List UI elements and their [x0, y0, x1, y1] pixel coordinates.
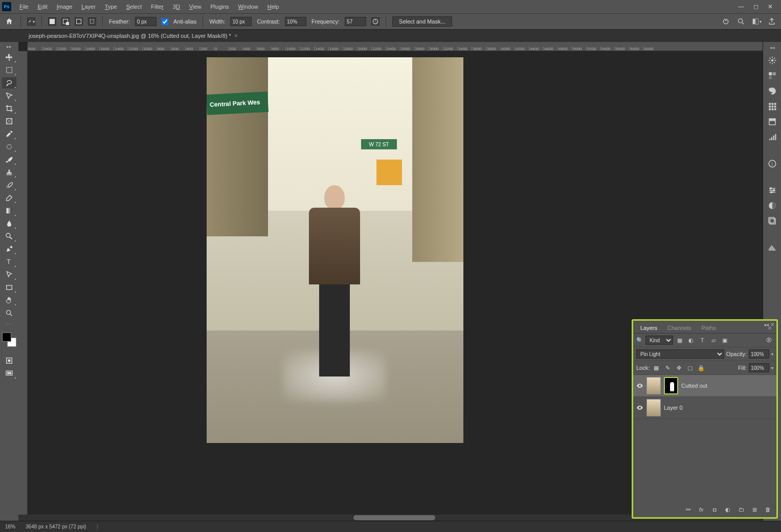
adjustments-panel-icon[interactable]: [767, 132, 777, 142]
path-selection-tool[interactable]: [2, 269, 16, 280]
zoom-level[interactable]: 16%: [5, 524, 15, 529]
menu-image[interactable]: Image: [53, 2, 77, 11]
channels-tab[interactable]: Channels: [662, 323, 696, 333]
frequency-input[interactable]: [345, 17, 366, 26]
horizontal-ruler[interactable]: 6002400220020001800160014001200100080060…: [28, 42, 763, 51]
gradients-panel-icon[interactable]: [767, 86, 777, 96]
lock-position-icon[interactable]: ✥: [674, 363, 683, 372]
cloud-docs-icon[interactable]: [721, 16, 731, 27]
eyedropper-tool[interactable]: [2, 128, 16, 140]
home-icon[interactable]: [4, 16, 14, 27]
new-group-icon[interactable]: 🗀: [737, 505, 746, 514]
select-and-mask-button[interactable]: Select and Mask...: [392, 16, 452, 27]
filter-type-icon[interactable]: T: [698, 336, 707, 345]
lock-artboard-icon[interactable]: ▢: [685, 363, 695, 372]
lock-transparency-icon[interactable]: ▦: [652, 363, 661, 372]
document-dimensions[interactable]: 3648 px x 5472 px (72 ppi): [26, 524, 86, 529]
antialias-checkbox[interactable]: [162, 18, 168, 25]
layer-style-icon[interactable]: fx: [697, 505, 706, 514]
healing-tool[interactable]: [2, 141, 16, 152]
filter-smart-icon[interactable]: ▣: [720, 336, 729, 345]
zoom-tool[interactable]: [2, 307, 16, 319]
selection-tool[interactable]: [2, 90, 16, 101]
collapse-toolbar-icon[interactable]: ▸▸: [7, 44, 12, 49]
add-mask-icon[interactable]: ◘: [710, 505, 719, 514]
patterns-panel-icon[interactable]: [767, 101, 777, 112]
layer-mask-thumbnail[interactable]: [664, 377, 678, 394]
pen-pressure-icon[interactable]: [371, 17, 380, 26]
brush-tool[interactable]: [2, 154, 16, 165]
dodge-tool[interactable]: [2, 231, 16, 242]
menu-view[interactable]: View: [185, 2, 206, 11]
frame-tool[interactable]: [2, 116, 16, 127]
width-input[interactable]: [230, 17, 252, 26]
menu-type[interactable]: Type: [101, 2, 121, 11]
history-brush-tool[interactable]: [2, 180, 16, 191]
info-panel-icon[interactable]: i: [767, 159, 777, 169]
lock-pixels-icon[interactable]: ✎: [663, 363, 672, 372]
opacity-dropdown-icon[interactable]: ▾: [771, 352, 773, 357]
screen-mode-icon[interactable]: [2, 368, 16, 379]
filter-pixel-icon[interactable]: ▦: [675, 336, 684, 345]
color-panel-icon[interactable]: [767, 55, 777, 65]
layers-tab[interactable]: Layers: [635, 323, 662, 333]
lasso-tool[interactable]: [2, 77, 16, 88]
lock-all-icon[interactable]: 🔒: [697, 363, 706, 372]
stamp-tool[interactable]: [2, 167, 16, 178]
expand-dock-icon[interactable]: ◂◂: [770, 45, 775, 50]
close-icon[interactable]: ✕: [768, 3, 773, 10]
menu-select[interactable]: Select: [122, 2, 146, 11]
new-selection-icon[interactable]: [48, 17, 56, 26]
panel-collapse-icon[interactable]: ◂◂ ✕: [764, 322, 774, 327]
quick-mask-icon[interactable]: [2, 355, 16, 366]
menu-file[interactable]: File: [15, 2, 33, 11]
visibility-icon[interactable]: [636, 404, 643, 411]
layer-name[interactable]: Cutted out: [681, 383, 707, 389]
move-tool[interactable]: [2, 52, 16, 63]
layers-panel-icon[interactable]: [767, 216, 777, 226]
link-layers-icon[interactable]: ⚯: [683, 505, 693, 514]
subtract-selection-icon[interactable]: [75, 17, 83, 26]
eraser-tool[interactable]: [2, 192, 16, 204]
new-layer-icon[interactable]: ⊞: [750, 505, 759, 514]
properties-panel-icon[interactable]: [767, 117, 777, 127]
menu-3d[interactable]: 3D: [169, 2, 184, 11]
layer-thumbnail[interactable]: [646, 377, 661, 394]
share-icon[interactable]: [767, 16, 777, 27]
edit-toolbar-icon[interactable]: ⋯: [7, 321, 12, 327]
paths-tab[interactable]: Paths: [697, 323, 721, 333]
color-swatches[interactable]: [2, 332, 16, 347]
status-expand-icon[interactable]: 〉: [96, 523, 101, 530]
pen-tool[interactable]: [2, 243, 16, 255]
menu-plugins[interactable]: Plugins: [207, 2, 233, 11]
add-selection-icon[interactable]: [61, 17, 70, 26]
foreground-color[interactable]: [2, 332, 11, 342]
blend-mode-select[interactable]: Pin Light: [636, 349, 724, 359]
menu-edit[interactable]: Edit: [34, 2, 52, 11]
document-canvas[interactable]: Central Park Wes W 72 ST: [207, 57, 463, 443]
document-tab[interactable]: joseph-pearson-E8ToV7XIP4Q-unsplash.jpg …: [25, 30, 242, 41]
layer-row[interactable]: Layer 0: [633, 397, 776, 419]
opacity-input[interactable]: [749, 349, 769, 359]
menu-window[interactable]: Window: [234, 2, 262, 11]
hand-tool[interactable]: [2, 295, 16, 306]
filter-adjust-icon[interactable]: ◐: [686, 336, 696, 345]
contrast-input[interactable]: [285, 17, 306, 26]
maximize-icon[interactable]: ◻: [753, 3, 758, 10]
menu-layer[interactable]: Layer: [77, 2, 100, 11]
menu-help[interactable]: Help: [263, 2, 283, 11]
vertical-ruler[interactable]: [18, 51, 28, 521]
gradient-tool[interactable]: [2, 205, 16, 216]
scrollbar-thumb[interactable]: [353, 515, 435, 520]
type-tool[interactable]: T: [2, 256, 16, 268]
crop-tool[interactable]: [2, 103, 16, 114]
close-tab-icon[interactable]: ×: [234, 32, 238, 39]
menu-filter[interactable]: Filter: [147, 2, 167, 11]
histogram-panel-icon[interactable]: [767, 242, 777, 253]
layer-row[interactable]: Cutted out: [633, 375, 776, 397]
layer-filter-select[interactable]: Kind: [645, 336, 673, 345]
fill-input[interactable]: [749, 363, 769, 372]
fill-dropdown-icon[interactable]: ▾: [771, 366, 773, 370]
libraries-panel-icon[interactable]: [767, 185, 777, 195]
marquee-tool[interactable]: [2, 64, 16, 76]
